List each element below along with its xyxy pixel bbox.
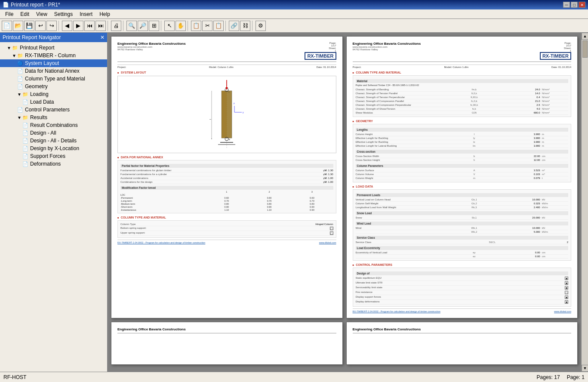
content-area[interactable]: Engineering Office Bavaria Constructions…	[108, 33, 581, 372]
svg-text:i: i	[229, 91, 229, 93]
mat-row-5: Charact. Strength of Shear/Torsion fv,k …	[356, 107, 569, 111]
sidebar-item-rx-timber[interactable]: ▼ 📁 RX-TIMBER - Column	[0, 52, 107, 59]
unlink-button[interactable]: ⛓	[240, 21, 250, 31]
sidebar-item-control-params[interactable]: 📄 Control Parameters	[0, 106, 107, 114]
cp-unit-2: t	[542, 177, 568, 179]
copy-button[interactable]: 📋	[191, 21, 201, 31]
scroll-thumb[interactable]	[582, 40, 588, 58]
print-button[interactable]: 🖨	[111, 21, 121, 31]
first-page-button[interactable]: ⏮	[84, 21, 95, 31]
nav-forward-button[interactable]: ▶	[73, 21, 83, 31]
sidebar-item-design-x[interactable]: 📄 Design by X-Location	[0, 145, 107, 152]
sidebar-item-design-all[interactable]: 📄 Design - All	[0, 129, 107, 137]
item-icon-load-data: 📄	[22, 99, 28, 105]
cp-val-0: 3.523	[487, 169, 540, 172]
sidebar-item-result-combinations[interactable]: 📄 Result Combinations	[0, 121, 107, 129]
bottom-spring-row: Bottom spring support: □	[120, 226, 333, 231]
menu-help[interactable]: Help	[96, 10, 114, 18]
sidebar-item-deformations[interactable]: 📄 Deformations	[0, 160, 107, 168]
toolbar-sep-4	[161, 21, 163, 31]
undo-button[interactable]: ↩	[35, 21, 46, 31]
page-1-company-info: Engineering Office Bavaria Constructions…	[117, 42, 186, 60]
new-button[interactable]: 📄	[2, 21, 12, 31]
ld-val-1: 0.323	[487, 202, 540, 205]
menu-view[interactable]: View	[33, 10, 51, 18]
open-button[interactable]: 📂	[13, 21, 23, 31]
sidebar-item-national-annex[interactable]: 📄 Data for National Annex	[0, 67, 107, 75]
hand-button[interactable]: ✋	[175, 21, 186, 31]
nav-label-load-data: Load Data	[30, 99, 54, 105]
menu-file[interactable]: File	[2, 10, 17, 18]
cp-sym-2: m	[461, 177, 487, 179]
mat-row-2: Charact. Strength of Tension Perpendicul…	[356, 96, 569, 99]
menu-insert[interactable]: Insert	[76, 10, 96, 18]
sidebar-item-loading[interactable]: ▼ 📁 Loading	[0, 90, 107, 98]
close-button[interactable]: ✕	[579, 2, 585, 8]
zoom-out-button[interactable]: 🔎	[138, 21, 148, 31]
scroll-down-button[interactable]: ▼	[582, 365, 588, 372]
maximize-button[interactable]: □	[571, 2, 578, 8]
settings-button[interactable]: ⚙	[256, 21, 266, 31]
section-control-p2: CONTROL PARAMETERS	[353, 263, 572, 266]
ctrl-label-1: Ultimate limit state STR	[356, 281, 565, 285]
geo-val-3: 3.900	[487, 145, 540, 147]
cp-val-1: 0.103	[487, 173, 540, 176]
snow-sym-0: Sk,1	[461, 216, 487, 219]
section-national-annex-label: DATA FOR NATIONAL ANNEX	[121, 156, 163, 159]
sidebar-item-load-data[interactable]: 📄 Load Data	[0, 98, 107, 106]
sidebar-item-geometry[interactable]: 📄 Geometry	[0, 83, 107, 90]
date-p2: Date: 01.10.2014	[551, 66, 571, 68]
service-class-val: 2	[508, 241, 568, 243]
menu-settings[interactable]: Settings	[51, 10, 76, 18]
ecc-row-0: Eccentricity of Vertical Load ey 0.00 cm	[356, 251, 569, 255]
nav-back-button[interactable]: ◀	[62, 21, 72, 31]
scroll-up-button[interactable]: ▲	[582, 33, 588, 40]
sidebar-item-column-type[interactable]: 📄 Column Type and Material	[0, 75, 107, 83]
sidebar-item-printout-report[interactable]: ▼ 📁 Printout Report	[0, 44, 107, 52]
page-2-right-info: Page: 2/17 Sheet: 1 RX-TIMBER	[540, 42, 571, 60]
cut-button[interactable]: ✂	[202, 21, 212, 31]
geo-label-3: Effective Length for Lateral Buckling	[356, 145, 461, 147]
ctrl-row-1: Ultimate limit state STR ■	[356, 281, 569, 286]
rx-timber-logo-p1: RX-TIMBER	[305, 52, 336, 60]
paste-button[interactable]: 📋	[213, 21, 224, 31]
kmod-col1: 1	[206, 191, 248, 193]
menu-edit[interactable]: Edit	[17, 10, 33, 18]
sidebar-item-results[interactable]: ▼ 📁 Results	[0, 114, 107, 121]
geo-label-2: Effective Length for Buckling	[356, 141, 461, 143]
company-name-p4: Engineering Office Bavaria Constructions	[353, 327, 421, 331]
item-icon-national-annex: 📄	[17, 68, 23, 74]
page-1-right-info: Page: 1/17 Sheet: 1 RX-TIMBER	[305, 42, 336, 60]
minimize-button[interactable]: ─	[563, 2, 570, 8]
navigator-close-button[interactable]: ✕	[100, 34, 105, 40]
right-scrollbar[interactable]: ▲ ▼	[581, 33, 588, 372]
geo-row-3: Effective Length for Lateral Buckling lm…	[356, 144, 569, 148]
footer-url-p2: www.dlubal.com	[554, 310, 571, 313]
col-type-content-p1: Column Type Hinged Column Bottom spring …	[117, 220, 336, 238]
ld-row-1: Column Self-Weight Gk,2 0.323 kN/m	[356, 202, 569, 206]
page-num-p2: Page: 2/17 Sheet: 1	[540, 42, 571, 52]
wind-loads-heading: Wind Load	[356, 222, 569, 225]
bottom-spring-check: □	[330, 227, 333, 230]
sidebar-item-system-layout[interactable]: 🔵 System Layout	[0, 59, 107, 67]
redo-button[interactable]: ↪	[46, 21, 57, 31]
cursor-button[interactable]: ↖	[164, 21, 175, 31]
sheet-label-p2: Sheet: 1	[540, 47, 571, 52]
wind-val-1: 5.000	[487, 231, 540, 233]
zoom-fit-button[interactable]: ⊞	[149, 21, 159, 31]
mat-sym-5: fv,k	[461, 108, 487, 110]
cs-unit-1: cm	[542, 159, 568, 161]
zoom-in-button[interactable]: 🔍	[126, 21, 137, 31]
toolbar-sep-7	[252, 21, 254, 31]
link-button[interactable]: 🔗	[229, 21, 239, 31]
last-page-button[interactable]: ⏭	[95, 21, 106, 31]
sidebar-item-support-forces[interactable]: 📄 Support Forces	[0, 152, 107, 160]
mat-sym-1: ft,0,k	[461, 92, 487, 95]
ld-sym-2: Rk,3	[461, 206, 487, 209]
folder-icon-results: 📁	[22, 115, 28, 120]
mat-label-4: Charact. Strength of Compression Perpend…	[356, 104, 461, 106]
save-button[interactable]: 💾	[24, 21, 34, 31]
cp-row-0: Column Surface A 3.523 m²	[356, 169, 569, 173]
section-geometry-p2: GEOMETRY	[353, 120, 572, 123]
sidebar-item-design-all-details[interactable]: 📄 Design - All - Details	[0, 137, 107, 145]
